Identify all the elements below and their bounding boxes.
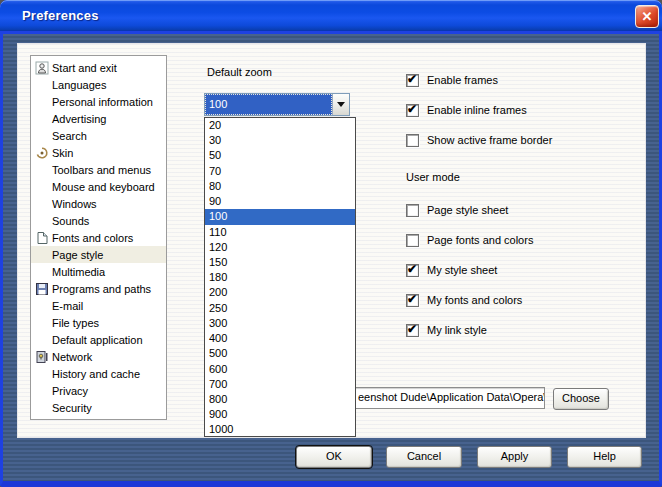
sidebar-item-label: Multimedia: [52, 266, 105, 278]
enable-frames-checkbox[interactable]: ✔: [406, 74, 419, 87]
checkbox-row-enable-inline-frames[interactable]: ✔ Enable inline frames: [406, 102, 527, 118]
ok-button[interactable]: OK: [296, 446, 372, 468]
sidebar-item-label: E-mail: [52, 300, 83, 312]
icon-spacer: [35, 384, 52, 398]
sidebar-item-security[interactable]: Security: [31, 399, 166, 416]
checkbox-row-page-style-sheet[interactable]: ✔ Page style sheet: [406, 202, 508, 218]
sidebar-item-start-and-exit[interactable]: Start and exit: [31, 59, 166, 76]
checkbox-row-enable-frames[interactable]: ✔ Enable frames: [406, 72, 498, 88]
close-button[interactable]: ✕: [635, 5, 659, 28]
category-list[interactable]: Start and exit Languages Personal inform…: [30, 55, 167, 420]
page-fonts-and-colors-checkbox[interactable]: ✔: [406, 234, 419, 247]
document-icon: [35, 231, 52, 245]
zoom-option-70[interactable]: 70: [205, 164, 355, 179]
sidebar-item-label: Default application: [52, 334, 143, 346]
zoom-option-700[interactable]: 700: [205, 377, 355, 392]
sidebar-item-privacy[interactable]: Privacy: [31, 382, 166, 399]
zoom-option-30[interactable]: 30: [205, 133, 355, 148]
checkbox-label: Enable frames: [427, 74, 498, 86]
sidebar-item-mouse-and-keyboard[interactable]: Mouse and keyboard: [31, 178, 166, 195]
default-zoom-combobox[interactable]: 100: [204, 93, 350, 116]
checkbox-row-my-style-sheet[interactable]: ✔ My style sheet: [406, 262, 497, 278]
combobox-dropdown-button[interactable]: [332, 94, 349, 115]
sidebar-item-windows[interactable]: Windows: [31, 195, 166, 212]
apply-button[interactable]: Apply: [477, 446, 552, 468]
sidebar-item-network[interactable]: Network: [31, 348, 166, 365]
sidebar-item-sounds[interactable]: Sounds: [31, 212, 166, 229]
sidebar-item-fonts-and-colors[interactable]: Fonts and colors: [31, 229, 166, 246]
sidebar-item-skin[interactable]: Skin: [31, 144, 166, 161]
show-active-frame-border-checkbox[interactable]: ✔: [406, 134, 419, 147]
zoom-option-50[interactable]: 50: [205, 148, 355, 163]
sidebar-item-programs-and-paths[interactable]: Programs and paths: [31, 280, 166, 297]
zoom-option-200[interactable]: 200: [205, 285, 355, 300]
sidebar-item-languages[interactable]: Languages: [31, 76, 166, 93]
zoom-option-900[interactable]: 900: [205, 407, 355, 422]
zoom-option-180[interactable]: 180: [205, 270, 355, 285]
checkbox-label: My fonts and colors: [427, 294, 522, 306]
zoom-option-100[interactable]: 100: [205, 209, 355, 224]
sidebar-item-label: Network: [52, 351, 92, 363]
checkbox-label: Page fonts and colors: [427, 234, 533, 246]
checkbox-row-page-fonts-and-colors[interactable]: ✔ Page fonts and colors: [406, 232, 533, 248]
sidebar-item-label: Toolbars and menus: [52, 164, 151, 176]
sidebar-item-label: Programs and paths: [52, 283, 151, 295]
sidebar-item-history-and-cache[interactable]: History and cache: [31, 365, 166, 382]
sidebar-item-personal-information[interactable]: Personal information: [31, 93, 166, 110]
zoom-option-1000[interactable]: 1000: [205, 422, 355, 437]
sidebar-item-default-application[interactable]: Default application: [31, 331, 166, 348]
checkbox-row-my-fonts-and-colors[interactable]: ✔ My fonts and colors: [406, 292, 522, 308]
my-link-style-checkbox[interactable]: ✔: [406, 324, 419, 337]
zoom-option-150[interactable]: 150: [205, 255, 355, 270]
style-file-path-value: eenshot Dude\Application Data\Opera\C: [358, 391, 544, 403]
zoom-dropdown-list[interactable]: 20 30 50 70 80 90 100 110 120 150 180 20…: [204, 117, 356, 437]
page-style-sheet-checkbox[interactable]: ✔: [406, 204, 419, 217]
zoom-option-80[interactable]: 80: [205, 179, 355, 194]
window-title: Preferences: [22, 8, 99, 23]
zoom-option-300[interactable]: 300: [205, 316, 355, 331]
sidebar-item-file-types[interactable]: File types: [31, 314, 166, 331]
sidebar-item-label: Page style: [52, 249, 103, 261]
checkbox-label: My link style: [427, 324, 487, 336]
enable-inline-frames-checkbox[interactable]: ✔: [406, 104, 419, 117]
zoom-option-250[interactable]: 250: [205, 301, 355, 316]
sidebar-item-label: History and cache: [52, 368, 140, 380]
zoom-option-800[interactable]: 800: [205, 392, 355, 407]
zoom-option-110[interactable]: 110: [205, 225, 355, 240]
zoom-option-400[interactable]: 400: [205, 331, 355, 346]
icon-spacer: [35, 78, 52, 92]
sidebar-item-advertising[interactable]: Advertising: [31, 110, 166, 127]
icon-spacer: [35, 248, 52, 262]
sidebar-item-multimedia[interactable]: Multimedia: [31, 263, 166, 280]
zoom-option-120[interactable]: 120: [205, 240, 355, 255]
sidebar-item-label: Search: [52, 130, 87, 142]
my-fonts-and-colors-checkbox[interactable]: ✔: [406, 294, 419, 307]
sidebar-item-search[interactable]: Search: [31, 127, 166, 144]
checkbox-row-show-active-frame-border[interactable]: ✔ Show active frame border: [406, 132, 552, 148]
sidebar-item-page-style[interactable]: Page style: [31, 246, 166, 263]
check-icon: ✔: [407, 72, 417, 86]
sidebar-item-email[interactable]: E-mail: [31, 297, 166, 314]
checkbox-row-my-link-style[interactable]: ✔ My link style: [406, 322, 487, 338]
sidebar-item-label: Languages: [52, 79, 106, 91]
icon-spacer: [35, 129, 52, 143]
zoom-option-500[interactable]: 500: [205, 346, 355, 361]
choose-button[interactable]: Choose: [553, 388, 609, 410]
zoom-option-600[interactable]: 600: [205, 362, 355, 377]
sidebar-item-toolbars-and-menus[interactable]: Toolbars and menus: [31, 161, 166, 178]
sidebar-item-label: Advertising: [52, 113, 106, 125]
sidebar-item-label: File types: [52, 317, 99, 329]
sidebar-item-label: Security: [52, 402, 92, 414]
sidebar-item-label: Personal information: [52, 96, 153, 108]
cancel-button[interactable]: Cancel: [386, 446, 462, 468]
sidebar-item-label: Windows: [52, 198, 97, 210]
zoom-option-20[interactable]: 20: [205, 118, 355, 133]
check-icon: ✔: [407, 102, 417, 116]
check-icon: ✔: [407, 262, 417, 276]
my-style-sheet-checkbox[interactable]: ✔: [406, 264, 419, 277]
floppy-icon: [35, 282, 52, 296]
check-icon: ✔: [407, 322, 417, 336]
title-bar[interactable]: Preferences: [0, 0, 662, 31]
zoom-option-90[interactable]: 90: [205, 194, 355, 209]
help-button[interactable]: Help: [567, 446, 642, 468]
